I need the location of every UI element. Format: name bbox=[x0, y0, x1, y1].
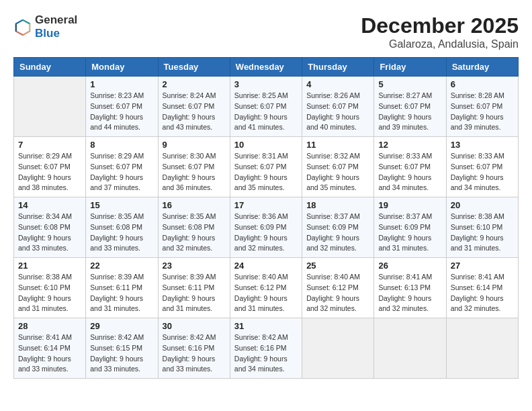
day-number: 20 bbox=[451, 200, 514, 210]
day-info: Sunrise: 8:37 AMSunset: 6:09 PMDaylight:… bbox=[378, 212, 441, 254]
calendar-week-row: 28Sunrise: 8:41 AMSunset: 6:14 PMDayligh… bbox=[14, 318, 519, 379]
day-number: 11 bbox=[306, 140, 369, 150]
day-info: Sunrise: 8:34 AMSunset: 6:08 PMDaylight:… bbox=[18, 212, 81, 254]
day-number: 12 bbox=[378, 140, 441, 150]
calendar-cell: 12Sunrise: 8:33 AMSunset: 6:07 PMDayligh… bbox=[374, 137, 446, 197]
title-block: December 2025 Galaroza, Andalusia, Spain bbox=[361, 13, 519, 50]
day-info: Sunrise: 8:35 AMSunset: 6:08 PMDaylight:… bbox=[90, 212, 153, 254]
day-number: 16 bbox=[163, 200, 226, 210]
day-number: 26 bbox=[378, 261, 441, 271]
day-number: 1 bbox=[90, 79, 153, 89]
day-info: Sunrise: 8:27 AMSunset: 6:07 PMDaylight:… bbox=[378, 91, 441, 133]
day-number: 15 bbox=[90, 200, 153, 210]
day-info: Sunrise: 8:25 AMSunset: 6:07 PMDaylight:… bbox=[234, 91, 298, 133]
logo-icon bbox=[13, 17, 32, 36]
day-number: 31 bbox=[234, 321, 298, 331]
logo-blue: Blue bbox=[35, 27, 77, 40]
calendar-cell: 6Sunrise: 8:28 AMSunset: 6:07 PMDaylight… bbox=[446, 77, 518, 137]
day-number: 27 bbox=[451, 261, 514, 271]
day-number: 5 bbox=[378, 79, 441, 89]
logo: General Blue bbox=[13, 13, 77, 40]
calendar-header-row: SundayMondayTuesdayWednesdayThursdayFrid… bbox=[14, 58, 519, 77]
calendar-cell: 29Sunrise: 8:42 AMSunset: 6:15 PMDayligh… bbox=[86, 318, 158, 379]
calendar-cell: 2Sunrise: 8:24 AMSunset: 6:07 PMDaylight… bbox=[158, 77, 230, 137]
day-number: 4 bbox=[306, 79, 369, 89]
day-number: 17 bbox=[234, 200, 298, 210]
day-info: Sunrise: 8:37 AMSunset: 6:09 PMDaylight:… bbox=[306, 212, 369, 254]
calendar-cell: 18Sunrise: 8:37 AMSunset: 6:09 PMDayligh… bbox=[302, 197, 374, 258]
calendar-week-row: 21Sunrise: 8:38 AMSunset: 6:10 PMDayligh… bbox=[14, 258, 519, 318]
day-number: 13 bbox=[451, 140, 514, 150]
calendar-cell: 30Sunrise: 8:42 AMSunset: 6:16 PMDayligh… bbox=[158, 318, 230, 379]
calendar-cell: 31Sunrise: 8:42 AMSunset: 6:16 PMDayligh… bbox=[230, 318, 302, 379]
calendar-cell: 24Sunrise: 8:40 AMSunset: 6:12 PMDayligh… bbox=[230, 258, 302, 318]
calendar-cell: 3Sunrise: 8:25 AMSunset: 6:07 PMDaylight… bbox=[230, 77, 302, 137]
weekday-header: Saturday bbox=[446, 58, 518, 77]
calendar-cell: 10Sunrise: 8:31 AMSunset: 6:07 PMDayligh… bbox=[230, 137, 302, 197]
calendar-cell bbox=[302, 318, 374, 379]
day-number: 6 bbox=[451, 79, 514, 89]
calendar-cell: 20Sunrise: 8:38 AMSunset: 6:10 PMDayligh… bbox=[446, 197, 518, 258]
day-info: Sunrise: 8:29 AMSunset: 6:07 PMDaylight:… bbox=[18, 151, 81, 193]
day-info: Sunrise: 8:40 AMSunset: 6:12 PMDaylight:… bbox=[234, 272, 298, 314]
day-number: 18 bbox=[306, 200, 369, 210]
day-number: 19 bbox=[378, 200, 441, 210]
day-info: Sunrise: 8:33 AMSunset: 6:07 PMDaylight:… bbox=[378, 151, 441, 193]
day-info: Sunrise: 8:40 AMSunset: 6:12 PMDaylight:… bbox=[306, 272, 369, 314]
calendar-cell bbox=[14, 77, 86, 137]
day-info: Sunrise: 8:39 AMSunset: 6:11 PMDaylight:… bbox=[90, 272, 153, 314]
calendar-cell: 16Sunrise: 8:35 AMSunset: 6:08 PMDayligh… bbox=[158, 197, 230, 258]
day-info: Sunrise: 8:30 AMSunset: 6:07 PMDaylight:… bbox=[163, 151, 226, 193]
calendar-cell: 28Sunrise: 8:41 AMSunset: 6:14 PMDayligh… bbox=[14, 318, 86, 379]
calendar-cell: 5Sunrise: 8:27 AMSunset: 6:07 PMDaylight… bbox=[374, 77, 446, 137]
calendar-week-row: 7Sunrise: 8:29 AMSunset: 6:07 PMDaylight… bbox=[14, 137, 519, 197]
day-number: 2 bbox=[163, 79, 226, 89]
day-info: Sunrise: 8:42 AMSunset: 6:16 PMDaylight:… bbox=[234, 332, 298, 375]
day-number: 14 bbox=[18, 200, 81, 210]
day-info: Sunrise: 8:42 AMSunset: 6:16 PMDaylight:… bbox=[163, 332, 226, 375]
weekday-header: Sunday bbox=[14, 58, 86, 77]
day-number: 8 bbox=[90, 140, 153, 150]
calendar-cell: 14Sunrise: 8:34 AMSunset: 6:08 PMDayligh… bbox=[14, 197, 86, 258]
day-info: Sunrise: 8:36 AMSunset: 6:09 PMDaylight:… bbox=[234, 212, 298, 254]
day-number: 23 bbox=[163, 261, 226, 271]
calendar-week-row: 1Sunrise: 8:23 AMSunset: 6:07 PMDaylight… bbox=[14, 77, 519, 137]
day-info: Sunrise: 8:23 AMSunset: 6:07 PMDaylight:… bbox=[90, 91, 153, 133]
calendar-cell: 1Sunrise: 8:23 AMSunset: 6:07 PMDaylight… bbox=[86, 77, 158, 137]
weekday-header: Friday bbox=[374, 58, 446, 77]
calendar-week-row: 14Sunrise: 8:34 AMSunset: 6:08 PMDayligh… bbox=[14, 197, 519, 258]
day-info: Sunrise: 8:38 AMSunset: 6:10 PMDaylight:… bbox=[18, 272, 81, 314]
day-info: Sunrise: 8:24 AMSunset: 6:07 PMDaylight:… bbox=[163, 91, 226, 133]
weekday-header: Monday bbox=[86, 58, 158, 77]
day-number: 22 bbox=[90, 261, 153, 271]
calendar-cell: 4Sunrise: 8:26 AMSunset: 6:07 PMDaylight… bbox=[302, 77, 374, 137]
calendar-cell: 22Sunrise: 8:39 AMSunset: 6:11 PMDayligh… bbox=[86, 258, 158, 318]
day-info: Sunrise: 8:41 AMSunset: 6:14 PMDaylight:… bbox=[451, 272, 514, 314]
day-number: 21 bbox=[18, 261, 81, 271]
day-number: 7 bbox=[18, 140, 81, 150]
day-number: 28 bbox=[18, 321, 81, 331]
page-header: General Blue December 2025 Galaroza, And… bbox=[13, 13, 519, 50]
day-info: Sunrise: 8:41 AMSunset: 6:13 PMDaylight:… bbox=[378, 272, 441, 314]
day-info: Sunrise: 8:38 AMSunset: 6:10 PMDaylight:… bbox=[451, 212, 514, 254]
weekday-header: Thursday bbox=[302, 58, 374, 77]
day-number: 30 bbox=[163, 321, 226, 331]
location-title: Galaroza, Andalusia, Spain bbox=[361, 38, 519, 50]
calendar-cell: 23Sunrise: 8:39 AMSunset: 6:11 PMDayligh… bbox=[158, 258, 230, 318]
day-info: Sunrise: 8:28 AMSunset: 6:07 PMDaylight:… bbox=[451, 91, 514, 133]
day-info: Sunrise: 8:42 AMSunset: 6:15 PMDaylight:… bbox=[90, 332, 153, 375]
day-info: Sunrise: 8:33 AMSunset: 6:07 PMDaylight:… bbox=[451, 151, 514, 193]
calendar-cell bbox=[374, 318, 446, 379]
day-info: Sunrise: 8:26 AMSunset: 6:07 PMDaylight:… bbox=[306, 91, 369, 133]
day-number: 3 bbox=[234, 79, 298, 89]
weekday-header: Tuesday bbox=[158, 58, 230, 77]
calendar-cell: 7Sunrise: 8:29 AMSunset: 6:07 PMDaylight… bbox=[14, 137, 86, 197]
weekday-header: Wednesday bbox=[230, 58, 302, 77]
day-number: 10 bbox=[234, 140, 298, 150]
day-number: 25 bbox=[306, 261, 369, 271]
day-info: Sunrise: 8:32 AMSunset: 6:07 PMDaylight:… bbox=[306, 151, 369, 193]
calendar-cell: 13Sunrise: 8:33 AMSunset: 6:07 PMDayligh… bbox=[446, 137, 518, 197]
calendar-cell: 8Sunrise: 8:29 AMSunset: 6:07 PMDaylight… bbox=[86, 137, 158, 197]
calendar-cell: 26Sunrise: 8:41 AMSunset: 6:13 PMDayligh… bbox=[374, 258, 446, 318]
calendar-cell: 11Sunrise: 8:32 AMSunset: 6:07 PMDayligh… bbox=[302, 137, 374, 197]
